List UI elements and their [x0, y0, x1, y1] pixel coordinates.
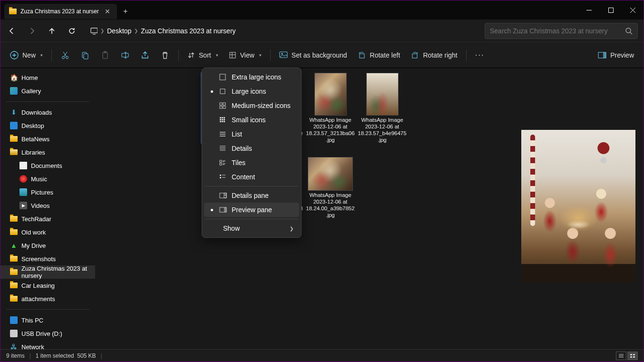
menu-item-list[interactable]: List — [204, 127, 299, 141]
window-tab[interactable]: Zuza Christmas 2023 at nurser ✕ — [4, 4, 117, 19]
sidebar-item-desktop[interactable]: Desktop — [0, 119, 95, 132]
breadcrumb-current[interactable]: Zuza Christmas 2023 at nursery — [141, 27, 235, 35]
file-name: WhatsApp Image 2023-12-06 at 18.23.57_32… — [305, 117, 355, 143]
search-box[interactable] — [485, 23, 638, 39]
folder-icon — [10, 135, 18, 143]
sidebar-item-home[interactable]: 🏠Home — [0, 71, 95, 84]
breadcrumb[interactable]: ❯ Desktop ❯ Zuza Christmas 2023 at nurse… — [86, 23, 484, 39]
delete-button[interactable] — [156, 47, 175, 64]
view-button[interactable]: View ▾ — [224, 47, 266, 64]
sidebar-item-music[interactable]: Music — [0, 172, 95, 186]
menu-item-details-pane[interactable]: Details pane — [204, 188, 299, 203]
minimize-button[interactable] — [578, 2, 600, 18]
network-icon: 🖧 — [10, 343, 18, 349]
refresh-button[interactable] — [62, 21, 81, 40]
sidebar-item-pictures[interactable]: Pictures — [0, 186, 95, 199]
music-icon — [20, 175, 27, 183]
close-button[interactable] — [622, 2, 644, 18]
new-button[interactable]: New ▾ — [5, 47, 48, 64]
sidebar-item-thispc[interactable]: This PC — [0, 313, 95, 327]
status-bar: 9 items | 1 item selected 505 KB | — [0, 349, 644, 362]
sidebar-item-betanews[interactable]: BetaNews — [0, 132, 95, 146]
set-background-label: Set as background — [292, 51, 347, 59]
menu-item-preview-pane[interactable]: Preview pane — [204, 203, 299, 217]
status-thumbnails-view-button[interactable] — [627, 352, 638, 360]
sidebar-item-mydrive[interactable]: ▲My Drive — [0, 239, 95, 252]
menu-item-small-icons[interactable]: Small icons — [204, 113, 299, 127]
file-item[interactable]: WhatsApp Image 2023-12-06 at 18.23.57_b4… — [356, 72, 408, 144]
sort-button[interactable]: Sort ▾ — [183, 47, 223, 64]
sidebar-item-gallery[interactable]: Gallery — [0, 84, 95, 98]
cut-button[interactable] — [56, 47, 75, 64]
back-button[interactable] — [2, 21, 21, 40]
thumbnail — [314, 73, 347, 116]
share-button[interactable] — [136, 47, 155, 64]
status-details-view-button[interactable] — [616, 352, 626, 360]
svg-rect-30 — [224, 119, 225, 120]
xl-icons-icon — [219, 74, 227, 80]
menu-item-medium-icons[interactable]: Medium-sized icons — [204, 98, 299, 113]
rename-button[interactable] — [116, 47, 135, 64]
menu-item-extra-large-icons[interactable]: Extra large icons — [204, 70, 299, 84]
sidebar-item-screenshots[interactable]: Screenshots — [0, 252, 95, 265]
new-tab-button[interactable]: + — [117, 7, 134, 16]
chevron-right-icon[interactable]: ❯ — [100, 28, 104, 33]
menu-item-tiles[interactable]: Tiles — [204, 156, 299, 170]
copy-button[interactable] — [76, 47, 95, 64]
file-item[interactable]: WhatsApp Image 2023-12-06 at 18.24.00_a3… — [304, 147, 356, 219]
menu-item-details[interactable]: Details — [204, 141, 299, 156]
svg-rect-41 — [224, 207, 226, 212]
sidebar-item-techradar[interactable]: TechRadar — [0, 212, 95, 225]
chevron-right-icon[interactable]: ❯ — [134, 28, 138, 33]
navigation-pane[interactable]: 🏠Home Gallery ⬇Downloads Desktop BetaNew… — [0, 68, 95, 349]
thumbnail — [308, 157, 353, 191]
svg-rect-1 — [608, 8, 613, 12]
svg-rect-44 — [630, 356, 632, 358]
menu-item-large-icons[interactable]: Large icons — [204, 84, 299, 98]
pc-icon — [10, 316, 18, 324]
preview-label: Preview — [610, 51, 634, 59]
rotate-left-button[interactable]: Rotate left — [353, 47, 405, 64]
search-input[interactable] — [490, 27, 625, 35]
picture-icon — [279, 51, 288, 59]
svg-rect-22 — [223, 103, 225, 105]
sidebar-item-network[interactable]: 🖧Network — [0, 340, 95, 349]
up-button[interactable] — [42, 21, 61, 40]
file-list-pane[interactable]: WhatsApp Image 2023-12-06 at 18.23.55_da… — [95, 68, 513, 349]
more-button[interactable]: ··· — [470, 47, 489, 64]
svg-rect-42 — [630, 354, 632, 355]
desktop-icon — [10, 122, 18, 129]
forward-button[interactable] — [22, 21, 41, 40]
sidebar-item-downloads[interactable]: ⬇Downloads — [0, 106, 95, 119]
status-item-count: 9 items — [6, 352, 25, 359]
breadcrumb-desktop[interactable]: Desktop — [107, 27, 131, 35]
sidebar-item-carleasing[interactable]: Car Leasing — [0, 279, 95, 292]
file-item[interactable]: WhatsApp Image 2023-12-06 at 18.23.57_32… — [304, 72, 356, 144]
preview-toggle-button[interactable]: Preview — [593, 47, 639, 64]
sidebar-item-videos[interactable]: ▶Videos — [0, 199, 95, 212]
menu-item-content[interactable]: Content — [204, 170, 299, 184]
rotate-right-label: Rotate right — [423, 51, 457, 59]
search-icon[interactable] — [625, 27, 633, 35]
sidebar-item-libraries[interactable]: Libraries — [0, 146, 95, 159]
sidebar-item-oldwork[interactable]: Old work — [0, 225, 95, 239]
tiles-icon — [219, 159, 227, 166]
chevron-down-icon: ▾ — [216, 53, 218, 58]
sidebar-item-zuza[interactable]: Zuza Christmas 2023 at nursery — [0, 265, 95, 279]
rotate-right-button[interactable]: Rotate right — [406, 47, 462, 64]
status-selection: 1 item selected 505 KB — [36, 352, 96, 359]
chevron-down-icon: ▾ — [259, 53, 262, 58]
menu-item-show[interactable]: Show❯ — [204, 221, 299, 235]
sidebar-item-documents[interactable]: Documents — [0, 159, 95, 172]
svg-rect-19 — [220, 74, 225, 80]
sidebar-item-usb[interactable]: USB Drive (D:) — [0, 327, 95, 340]
maximize-button[interactable] — [600, 2, 622, 18]
rotate-right-icon — [410, 51, 419, 59]
set-background-button[interactable]: Set as background — [274, 47, 352, 64]
tab-close-button[interactable]: ✕ — [103, 8, 112, 15]
paste-button[interactable] — [96, 47, 115, 64]
preview-pane-icon — [219, 207, 227, 213]
download-icon: ⬇ — [10, 108, 18, 116]
sidebar-item-attachments[interactable]: attachments — [0, 292, 95, 305]
folder-icon — [10, 215, 18, 223]
